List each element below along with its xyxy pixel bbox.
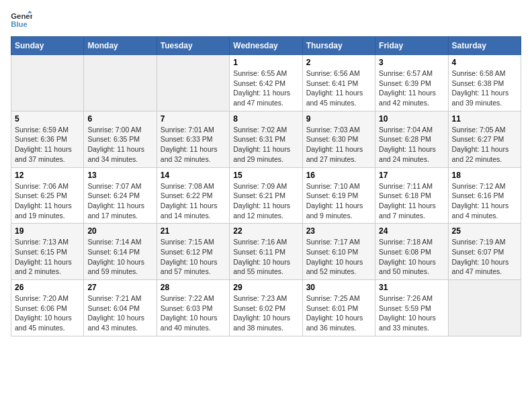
calendar-cell: 15Sunrise: 7:09 AM Sunset: 6:21 PM Dayli…: [230, 167, 302, 224]
day-number: 17: [379, 171, 444, 180]
day-info: Sunrise: 7:14 AM Sunset: 6:14 PM Dayligh…: [87, 237, 152, 277]
day-number: 16: [306, 171, 371, 180]
day-number: 15: [233, 171, 298, 180]
day-number: 28: [161, 283, 226, 292]
day-info: Sunrise: 7:18 AM Sunset: 6:08 PM Dayligh…: [379, 237, 444, 277]
calendar-cell: 11Sunrise: 7:05 AM Sunset: 6:27 PM Dayli…: [448, 111, 521, 167]
day-number: 13: [87, 171, 152, 180]
calendar-cell: 9Sunrise: 7:03 AM Sunset: 6:30 PM Daylig…: [302, 111, 375, 167]
calendar-cell: [84, 55, 157, 111]
day-number: 30: [306, 283, 371, 292]
calendar-cell: 12Sunrise: 7:06 AM Sunset: 6:25 PM Dayli…: [11, 167, 84, 224]
day-number: 12: [15, 171, 80, 180]
day-number: 11: [452, 114, 517, 124]
day-info: Sunrise: 7:01 AM Sunset: 6:33 PM Dayligh…: [161, 125, 226, 165]
day-info: Sunrise: 7:26 AM Sunset: 5:59 PM Dayligh…: [379, 293, 444, 333]
calendar-cell: 14Sunrise: 7:08 AM Sunset: 6:22 PM Dayli…: [157, 167, 229, 224]
calendar-cell: 16Sunrise: 7:10 AM Sunset: 6:19 PM Dayli…: [302, 167, 375, 224]
day-info: Sunrise: 7:17 AM Sunset: 6:10 PM Dayligh…: [306, 237, 371, 277]
svg-text:General: General: [11, 12, 32, 20]
calendar-cell: 17Sunrise: 7:11 AM Sunset: 6:18 PM Dayli…: [375, 167, 448, 224]
weekday-header: Tuesday: [157, 37, 229, 55]
day-number: 24: [379, 226, 444, 236]
calendar-cell: 10Sunrise: 7:04 AM Sunset: 6:28 PM Dayli…: [375, 111, 448, 167]
day-info: Sunrise: 7:06 AM Sunset: 6:25 PM Dayligh…: [15, 181, 80, 221]
day-number: 3: [379, 58, 444, 67]
calendar-cell: 4Sunrise: 6:58 AM Sunset: 6:38 PM Daylig…: [448, 55, 521, 111]
calendar-cell: 25Sunrise: 7:19 AM Sunset: 6:07 PM Dayli…: [448, 224, 521, 280]
day-number: 8: [233, 114, 298, 124]
day-info: Sunrise: 7:10 AM Sunset: 6:19 PM Dayligh…: [306, 181, 371, 221]
day-number: 19: [15, 226, 80, 236]
day-info: Sunrise: 6:55 AM Sunset: 6:42 PM Dayligh…: [233, 68, 298, 108]
calendar-cell: 6Sunrise: 7:00 AM Sunset: 6:35 PM Daylig…: [84, 111, 157, 167]
day-info: Sunrise: 6:58 AM Sunset: 6:38 PM Dayligh…: [452, 68, 517, 108]
weekday-header: Sunday: [11, 37, 84, 55]
calendar-cell: 2Sunrise: 6:56 AM Sunset: 6:41 PM Daylig…: [302, 55, 375, 111]
day-number: 18: [452, 171, 517, 180]
day-number: 27: [87, 283, 152, 292]
day-number: 4: [452, 58, 517, 67]
calendar-cell: 31Sunrise: 7:26 AM Sunset: 5:59 PM Dayli…: [375, 280, 448, 336]
calendar-cell: [11, 55, 84, 111]
day-number: 21: [161, 226, 226, 236]
day-number: 1: [233, 58, 298, 67]
day-info: Sunrise: 7:08 AM Sunset: 6:22 PM Dayligh…: [161, 181, 226, 221]
day-number: 31: [379, 283, 444, 292]
day-info: Sunrise: 7:03 AM Sunset: 6:30 PM Dayligh…: [306, 125, 371, 165]
day-info: Sunrise: 7:09 AM Sunset: 6:21 PM Dayligh…: [233, 181, 298, 221]
day-info: Sunrise: 7:21 AM Sunset: 6:04 PM Dayligh…: [87, 293, 152, 333]
calendar-table: SundayMondayTuesdayWednesdayThursdayFrid…: [11, 36, 521, 336]
day-number: 26: [15, 283, 80, 292]
day-number: 22: [233, 226, 298, 236]
calendar-cell: 13Sunrise: 7:07 AM Sunset: 6:24 PM Dayli…: [84, 167, 157, 224]
day-number: 10: [379, 114, 444, 124]
logo: General Blue: [11, 11, 32, 30]
weekday-header: Thursday: [302, 37, 375, 55]
day-info: Sunrise: 7:16 AM Sunset: 6:11 PM Dayligh…: [233, 237, 298, 277]
day-number: 6: [87, 114, 152, 124]
day-number: 7: [161, 114, 226, 124]
calendar-cell: [448, 280, 521, 336]
calendar-cell: 24Sunrise: 7:18 AM Sunset: 6:08 PM Dayli…: [375, 224, 448, 280]
calendar-cell: 20Sunrise: 7:14 AM Sunset: 6:14 PM Dayli…: [84, 224, 157, 280]
calendar-cell: 8Sunrise: 7:02 AM Sunset: 6:31 PM Daylig…: [230, 111, 302, 167]
calendar-cell: 26Sunrise: 7:20 AM Sunset: 6:06 PM Dayli…: [11, 280, 84, 336]
day-number: 14: [161, 171, 226, 180]
calendar-cell: 23Sunrise: 7:17 AM Sunset: 6:10 PM Dayli…: [302, 224, 375, 280]
day-info: Sunrise: 7:04 AM Sunset: 6:28 PM Dayligh…: [379, 125, 444, 165]
day-info: Sunrise: 7:23 AM Sunset: 6:02 PM Dayligh…: [233, 293, 298, 333]
day-info: Sunrise: 7:20 AM Sunset: 6:06 PM Dayligh…: [15, 293, 80, 333]
calendar-cell: 28Sunrise: 7:22 AM Sunset: 6:03 PM Dayli…: [157, 280, 229, 336]
day-number: 20: [87, 226, 152, 236]
day-number: 29: [233, 283, 298, 292]
day-number: 5: [15, 114, 80, 124]
calendar-cell: 27Sunrise: 7:21 AM Sunset: 6:04 PM Dayli…: [84, 280, 157, 336]
day-number: 23: [306, 226, 371, 236]
day-number: 9: [306, 114, 371, 124]
logo-icon: General Blue: [11, 11, 32, 30]
day-info: Sunrise: 7:11 AM Sunset: 6:18 PM Dayligh…: [379, 181, 444, 221]
day-info: Sunrise: 7:00 AM Sunset: 6:35 PM Dayligh…: [87, 125, 152, 165]
calendar-cell: 30Sunrise: 7:25 AM Sunset: 6:01 PM Dayli…: [302, 280, 375, 336]
day-info: Sunrise: 7:02 AM Sunset: 6:31 PM Dayligh…: [233, 125, 298, 165]
svg-text:Blue: Blue: [11, 20, 28, 28]
day-info: Sunrise: 7:25 AM Sunset: 6:01 PM Dayligh…: [306, 293, 371, 333]
day-info: Sunrise: 6:56 AM Sunset: 6:41 PM Dayligh…: [306, 68, 371, 108]
day-info: Sunrise: 7:05 AM Sunset: 6:27 PM Dayligh…: [452, 125, 517, 165]
weekday-header: Monday: [84, 37, 157, 55]
day-info: Sunrise: 7:07 AM Sunset: 6:24 PM Dayligh…: [87, 181, 152, 221]
weekday-header: Wednesday: [230, 37, 302, 55]
weekday-header: Saturday: [448, 37, 521, 55]
day-number: 25: [452, 226, 517, 236]
calendar-cell: 7Sunrise: 7:01 AM Sunset: 6:33 PM Daylig…: [157, 111, 229, 167]
day-info: Sunrise: 7:13 AM Sunset: 6:15 PM Dayligh…: [15, 237, 80, 277]
day-info: Sunrise: 7:15 AM Sunset: 6:12 PM Dayligh…: [161, 237, 226, 277]
day-info: Sunrise: 7:22 AM Sunset: 6:03 PM Dayligh…: [161, 293, 226, 333]
calendar-cell: 29Sunrise: 7:23 AM Sunset: 6:02 PM Dayli…: [230, 280, 302, 336]
calendar-cell: 21Sunrise: 7:15 AM Sunset: 6:12 PM Dayli…: [157, 224, 229, 280]
calendar-cell: [157, 55, 229, 111]
calendar-cell: 18Sunrise: 7:12 AM Sunset: 6:16 PM Dayli…: [448, 167, 521, 224]
day-number: 2: [306, 58, 371, 67]
day-info: Sunrise: 6:59 AM Sunset: 6:36 PM Dayligh…: [15, 125, 80, 165]
